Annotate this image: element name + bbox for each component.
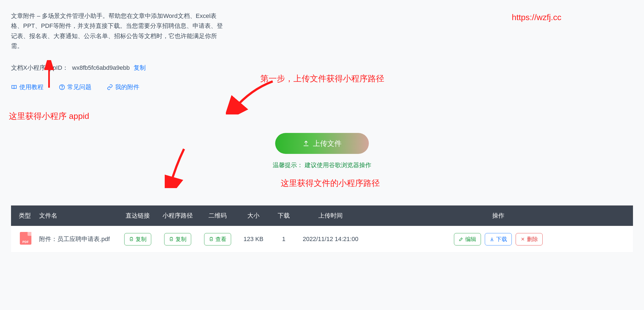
cell-qrcode: 查看	[198, 226, 237, 253]
upload-icon	[302, 140, 310, 147]
annotation-path: 这里获得文件的小程序路径	[281, 178, 380, 189]
description-text: 文章附件 – 多场景文件管理小助手。帮助您在文章中添加Word文档、Excel表…	[11, 11, 226, 51]
copy-direct-link-button[interactable]: 复制	[124, 233, 151, 245]
cell-mp-path: 复制	[157, 226, 198, 253]
table-row: PDF 附件：员工应聘申请表.pdf 复制 复制	[11, 226, 633, 253]
edit-button[interactable]: 编辑	[454, 233, 481, 245]
upload-tip: 温馨提示： 建议使用谷歌浏览器操作	[273, 161, 371, 169]
clipboard-icon	[209, 237, 214, 242]
download-button[interactable]: 下载	[485, 233, 512, 245]
cell-ops: 编辑 下载 删除	[364, 226, 633, 253]
edit-icon	[459, 237, 464, 242]
copy-mp-path-button[interactable]: 复制	[164, 233, 191, 245]
th-mp-path: 小程序路径	[157, 205, 198, 226]
attachments-table: 类型 文件名 直达链接 小程序路径 二维码 大小 下载 上传时间 操作 PDF	[11, 205, 633, 253]
top-row: 文章附件 – 多场景文件管理小助手。帮助您在文章中添加Word文档、Excel表…	[11, 11, 633, 51]
tutorial-label: 使用教程	[19, 83, 44, 91]
delete-button[interactable]: 删除	[516, 233, 543, 245]
attachments-table-wrap: 类型 文件名 直达链接 小程序路径 二维码 大小 下载 上传时间 操作 PDF	[11, 205, 633, 253]
book-icon	[11, 84, 17, 90]
my-attachments-label: 我的附件	[115, 83, 139, 91]
svg-rect-8	[210, 237, 213, 241]
svg-rect-6	[130, 237, 133, 241]
th-upload-time: 上传时间	[297, 205, 364, 226]
url-annotation: https://wzfj.cc	[512, 13, 561, 22]
pdf-badge-text: PDF	[22, 240, 29, 244]
download-icon	[489, 237, 494, 242]
tip-label: 温馨提示：	[273, 162, 303, 169]
attachment-icon	[107, 84, 113, 90]
faq-link[interactable]: 常见问题	[59, 83, 91, 91]
clipboard-icon	[129, 237, 134, 242]
view-qrcode-button[interactable]: 查看	[204, 233, 231, 245]
cell-filename: 附件：员工应聘申请表.pdf	[36, 226, 118, 253]
pdf-badge: PDF	[19, 232, 32, 245]
edit-label: 编辑	[465, 236, 476, 243]
th-qrcode: 二维码	[198, 205, 237, 226]
cell-size: 123 KB	[237, 226, 270, 253]
th-size: 大小	[237, 205, 270, 226]
upload-button-label: 上传文件	[313, 139, 342, 148]
svg-point-1	[62, 88, 62, 89]
th-downloads: 下载	[270, 205, 297, 226]
copy-mp-path-label: 复制	[175, 236, 186, 243]
th-type: 类型	[11, 205, 36, 226]
annotation-appid: 这里获得小程序 appid	[9, 111, 633, 122]
delete-label: 删除	[527, 236, 538, 243]
appid-label: 文档X小程序AppID：	[11, 64, 68, 72]
download-label: 下载	[496, 236, 507, 243]
appid-row: 文档X小程序AppID： wx8fb5fc6abd9a9ebb 复制	[11, 64, 633, 72]
my-attachments-link[interactable]: 我的附件	[107, 83, 139, 91]
upload-button[interactable]: 上传文件	[275, 133, 369, 154]
appid-value: wx8fb5fc6abd9a9ebb	[72, 64, 130, 71]
annotation-step1: 第一步，上传文件获得小程序路径	[260, 73, 384, 84]
cell-downloads: 1	[270, 226, 297, 253]
close-icon	[520, 237, 525, 242]
svg-rect-7	[170, 237, 173, 241]
clipboard-icon	[169, 237, 174, 242]
copy-appid-link[interactable]: 复制	[134, 64, 146, 72]
question-icon	[59, 84, 65, 90]
faq-label: 常见问题	[67, 83, 91, 91]
cell-direct-link: 复制	[118, 226, 157, 253]
th-filename: 文件名	[36, 205, 118, 226]
upload-section: 上传文件 温馨提示： 建议使用谷歌浏览器操作 这里获得文件的小程序路径	[11, 133, 633, 189]
cell-type: PDF	[11, 226, 36, 253]
copy-direct-link-label: 复制	[136, 236, 147, 243]
table-header: 类型 文件名 直达链接 小程序路径 二维码 大小 下载 上传时间 操作	[11, 205, 633, 226]
th-ops: 操作	[364, 205, 633, 226]
th-direct-link: 直达链接	[118, 205, 157, 226]
tutorial-link[interactable]: 使用教程	[11, 83, 44, 91]
cell-upload-time: 2022/11/12 14:21:00	[297, 226, 364, 253]
tip-text: 建议使用谷歌浏览器操作	[305, 162, 371, 169]
view-qrcode-label: 查看	[215, 236, 226, 243]
